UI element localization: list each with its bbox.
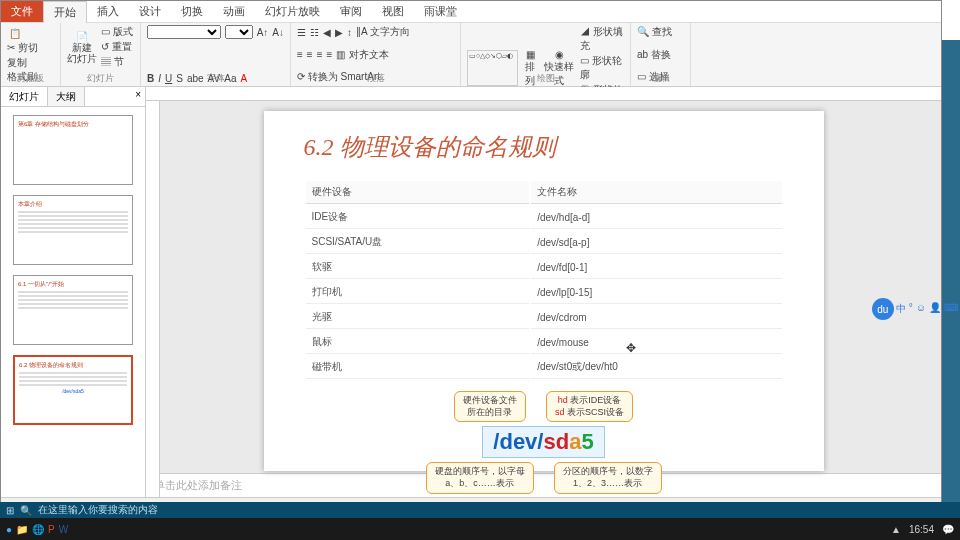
tab-rain[interactable]: 雨课堂: [414, 1, 467, 22]
device-table: 硬件设备文件名称 IDE设备/dev/hd[a-d] SCSI/SATA/U盘/…: [304, 179, 784, 381]
slides-label: 幻灯片: [61, 72, 140, 85]
thumb-4[interactable]: 6.2 物理设备的命名规则/dev/sda5: [13, 355, 133, 425]
tab-slideshow[interactable]: 幻灯片放映: [255, 1, 330, 22]
copy-btn[interactable]: 复制: [7, 56, 27, 70]
search-band: ⊞ 🔍 在这里输入你要搜索的内容: [0, 502, 960, 518]
ime-person-icon[interactable]: 👤: [929, 302, 941, 316]
tray-icon[interactable]: ▲: [891, 524, 901, 535]
tab-animation[interactable]: 动画: [213, 1, 255, 22]
tab-view[interactable]: 视图: [372, 1, 414, 22]
numbering-icon[interactable]: ☷: [310, 27, 319, 38]
layout-btn[interactable]: ▭ 版式: [101, 25, 133, 39]
ribbon: 📋 ✂ 剪切 复制 格式刷 剪贴板 📄新建 幻灯片 ▭ 版式 ↺ 重置 ▤ 节 …: [1, 23, 941, 87]
section-btn[interactable]: ▤ 节: [101, 55, 133, 69]
task-icon[interactable]: 🌐: [32, 524, 44, 535]
table-row: 软驱/dev/fd[0-1]: [306, 256, 782, 279]
replace-btn[interactable]: ab 替换: [637, 49, 671, 60]
device-diagram: 硬件设备文件 所在的目录 hd hd 表示IDE设备表示IDE设备sd 表示SC…: [304, 391, 784, 494]
callout-bl: 硬盘的顺序号，以字母 a、b、c……表示: [426, 462, 534, 493]
fill-btn[interactable]: ◢ 形状填充: [580, 25, 624, 53]
callout-tr: hd hd 表示IDE设备表示IDE设备sd 表示SCSI设备: [546, 391, 633, 422]
thumb-2[interactable]: 本章介绍: [13, 195, 133, 265]
callout-br: 分区的顺序号，以数字 1、2、3……表示: [554, 462, 662, 493]
tab-design[interactable]: 设计: [129, 1, 171, 22]
table-row: IDE设备/dev/hd[a-d]: [306, 206, 782, 229]
size-select[interactable]: [225, 25, 253, 39]
task-icon[interactable]: P: [48, 524, 55, 535]
indent-inc-icon[interactable]: ▶: [335, 27, 343, 38]
task-icon[interactable]: ●: [6, 524, 12, 535]
new-slide-btn[interactable]: 📄新建 幻灯片: [67, 31, 97, 64]
align-right-icon[interactable]: ≡: [317, 49, 323, 60]
columns-icon[interactable]: ▥: [336, 49, 345, 60]
drawing-label: 绘图: [461, 72, 630, 85]
grow-font-icon[interactable]: A↑: [257, 27, 269, 38]
line-spacing-icon[interactable]: ↕: [347, 27, 352, 38]
search-icon[interactable]: 🔍: [20, 505, 32, 516]
ime-keyboard-icon[interactable]: ⌨: [944, 302, 958, 316]
thumbnail-panel: 幻灯片 大纲 × 第6章 存储结构与磁盘划分 本章介绍 6.1 一切从"/"开始…: [1, 87, 146, 497]
font-select[interactable]: [147, 25, 221, 39]
font-label: 字体: [141, 72, 290, 85]
ime-widget[interactable]: du 中 ° ☺ 👤 ⌨: [872, 298, 958, 320]
slide-title: 6.2 物理设备的命名规则: [304, 131, 784, 163]
cut-btn[interactable]: ✂ 剪切: [7, 41, 38, 55]
justify-icon[interactable]: ≡: [327, 49, 333, 60]
tab-file[interactable]: 文件: [1, 1, 43, 22]
bullets-icon[interactable]: ☰: [297, 27, 306, 38]
table-row: 鼠标/dev/mouse: [306, 331, 782, 354]
task-icon[interactable]: 📁: [16, 524, 28, 535]
thumb-1[interactable]: 第6章 存储结构与磁盘划分: [13, 115, 133, 185]
table-row: 磁带机/dev/st0或/dev/ht0: [306, 356, 782, 379]
baidu-icon[interactable]: du: [872, 298, 894, 320]
tab-start[interactable]: 开始: [43, 1, 87, 23]
thumb-3[interactable]: 6.1 一切从"/"开始: [13, 275, 133, 345]
shrink-font-icon[interactable]: A↓: [272, 27, 284, 38]
indent-dec-icon[interactable]: ◀: [323, 27, 331, 38]
table-row: 光驱/dev/cdrom: [306, 306, 782, 329]
thumb-tab-slides[interactable]: 幻灯片: [1, 87, 48, 106]
editing-label: 编辑: [631, 72, 690, 85]
paragraph-label: 段落: [291, 72, 460, 85]
device-path: /dev/sda5: [482, 426, 604, 458]
reset-btn[interactable]: ↺ 重置: [101, 40, 133, 54]
align-center-icon[interactable]: ≡: [307, 49, 313, 60]
ime-zh-icon[interactable]: 中: [896, 302, 906, 316]
slide-canvas[interactable]: 6.2 物理设备的命名规则 硬件设备文件名称 IDE设备/dev/hd[a-d]…: [264, 111, 824, 471]
ime-emoji-icon[interactable]: ☺: [916, 302, 926, 316]
table-row: 打印机/dev/lp[0-15]: [306, 281, 782, 304]
tab-review[interactable]: 审阅: [330, 1, 372, 22]
clipboard-label: 剪贴板: [1, 72, 60, 85]
taskbar: ● 📁 🌐 P W ▲ 16:54 💬: [0, 518, 960, 540]
tab-transition[interactable]: 切换: [171, 1, 213, 22]
move-cursor-icon: ✥: [626, 341, 636, 355]
search-text[interactable]: 在这里输入你要搜索的内容: [38, 503, 158, 517]
find-btn[interactable]: 🔍 查找: [637, 26, 672, 37]
direction-btn[interactable]: ‖A 文字方向: [356, 25, 410, 39]
ruler-horizontal: [146, 87, 941, 101]
table-row: SCSI/SATA/U盘/dev/sd[a-p]: [306, 231, 782, 254]
align-left-icon[interactable]: ≡: [297, 49, 303, 60]
notif-icon[interactable]: 💬: [942, 524, 954, 535]
align-text-btn[interactable]: 对齐文本: [349, 48, 389, 62]
task-icon[interactable]: W: [59, 524, 68, 535]
tab-insert[interactable]: 插入: [87, 1, 129, 22]
paste-icon[interactable]: 📋: [7, 25, 23, 41]
callout-tl: 硬件设备文件 所在的目录: [454, 391, 526, 422]
clock[interactable]: 16:54: [909, 524, 934, 535]
ime-punct-icon[interactable]: °: [909, 302, 913, 316]
close-thumb-icon[interactable]: ×: [131, 87, 145, 106]
thumb-tab-outline[interactable]: 大纲: [48, 87, 85, 106]
win-icon[interactable]: ⊞: [6, 505, 14, 516]
